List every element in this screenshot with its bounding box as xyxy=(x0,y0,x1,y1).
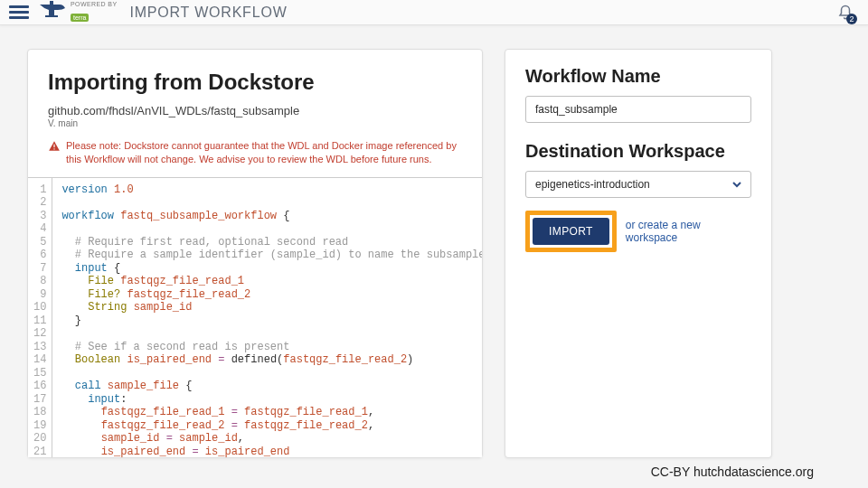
code-line: fastqgz_file_read_1 = fastqgz_file_read_… xyxy=(61,406,482,419)
workflow-name-label: Workflow Name xyxy=(525,66,751,87)
line-number: 1 xyxy=(33,183,46,197)
code-line: String sample_id xyxy=(61,301,482,314)
anvil-icon xyxy=(38,1,67,19)
line-number: 14 xyxy=(33,353,46,367)
version-label: V. main xyxy=(48,118,462,128)
code-line: workflow fastq_subsample_workflow { xyxy=(61,210,482,223)
repo-path: github.com/fhdsl/AnVIL_WDLs/fastq_subsam… xyxy=(48,104,462,117)
code-line: # Require a sample identifier (sample_id… xyxy=(61,249,482,262)
destination-workspace-label: Destination Workspace xyxy=(525,141,751,162)
line-number: 3 xyxy=(33,210,46,223)
create-workspace-link[interactable]: or create a new workspace xyxy=(626,219,751,244)
code-line: call sample_file { xyxy=(61,380,482,393)
code-line: Boolean is_paired_end = defined(fastqgz_… xyxy=(61,353,482,367)
line-number: 6 xyxy=(33,249,46,262)
line-number: 2 xyxy=(33,196,46,210)
code-line: input { xyxy=(61,262,482,276)
line-number: 18 xyxy=(33,406,46,419)
line-number: 17 xyxy=(33,393,46,407)
line-number: 8 xyxy=(33,275,46,288)
page-title: Importing from Dockstore xyxy=(48,70,462,95)
code-line xyxy=(61,327,482,341)
code-line: input: xyxy=(61,393,482,407)
import-button[interactable]: IMPORT xyxy=(533,218,609,245)
svg-rect-0 xyxy=(50,1,53,5)
attribution-footer: CC-BY hutchdatascience.org xyxy=(651,465,814,479)
code-line: # Require first read, optional second re… xyxy=(61,236,482,249)
destination-card: Workflow Name Destination Workspace IMPO… xyxy=(505,49,772,458)
line-number: 19 xyxy=(33,419,46,433)
code-line: sample_id = sample_id, xyxy=(61,432,482,446)
warning-icon xyxy=(48,140,61,153)
code-line xyxy=(61,222,482,236)
line-number: 15 xyxy=(33,367,46,380)
line-number: 21 xyxy=(33,446,46,457)
line-number: 16 xyxy=(33,380,46,393)
workspace-select[interactable] xyxy=(525,171,751,198)
code-line xyxy=(61,196,482,210)
code-line: File? fastqgz_file_read_2 xyxy=(61,288,482,302)
workflow-name-input[interactable] xyxy=(525,96,751,123)
line-number: 13 xyxy=(33,341,46,354)
notifications-button[interactable]: 2 xyxy=(832,3,859,23)
import-source-card: Importing from Dockstore github.com/fhds… xyxy=(27,49,483,458)
page-header-title: IMPORT WORKFLOW xyxy=(129,5,287,21)
line-number: 4 xyxy=(33,222,46,236)
notifications-count-badge: 2 xyxy=(846,14,857,24)
line-number: 20 xyxy=(33,432,46,446)
svg-rect-1 xyxy=(53,145,54,148)
warning-text: Please note: Dockstore cannot guarantee … xyxy=(66,139,462,166)
code-line: File fastqgz_file_read_1 xyxy=(61,275,482,288)
code-line: version 1.0 xyxy=(61,183,482,197)
line-number: 12 xyxy=(33,327,46,341)
code-line: # See if a second read is present xyxy=(61,341,482,354)
tutorial-highlight: IMPORT xyxy=(525,211,617,252)
code-line: } xyxy=(61,314,482,328)
app-logo: POWERED BY terra xyxy=(38,1,117,23)
line-number: 10 xyxy=(33,301,46,314)
code-line xyxy=(61,367,482,380)
logo-sub-text: POWERED BY xyxy=(71,1,117,7)
warning-banner: Please note: Dockstore cannot guarantee … xyxy=(48,139,462,166)
code-line: is_paired_end = is_paired_end xyxy=(61,446,482,457)
wdl-code-viewer: 12345678910111213141516171819202122 vers… xyxy=(28,177,482,457)
code-line: fastqgz_file_read_2 = fastqgz_file_read_… xyxy=(61,419,482,433)
logo-terra-badge: terra xyxy=(71,14,89,22)
menu-button[interactable] xyxy=(9,5,29,19)
svg-rect-2 xyxy=(53,148,54,149)
line-number: 5 xyxy=(33,236,46,249)
top-bar: POWERED BY terra IMPORT WORKFLOW 2 xyxy=(0,0,868,25)
line-number: 9 xyxy=(33,288,46,302)
line-number: 11 xyxy=(33,314,46,328)
line-number: 7 xyxy=(33,262,46,276)
